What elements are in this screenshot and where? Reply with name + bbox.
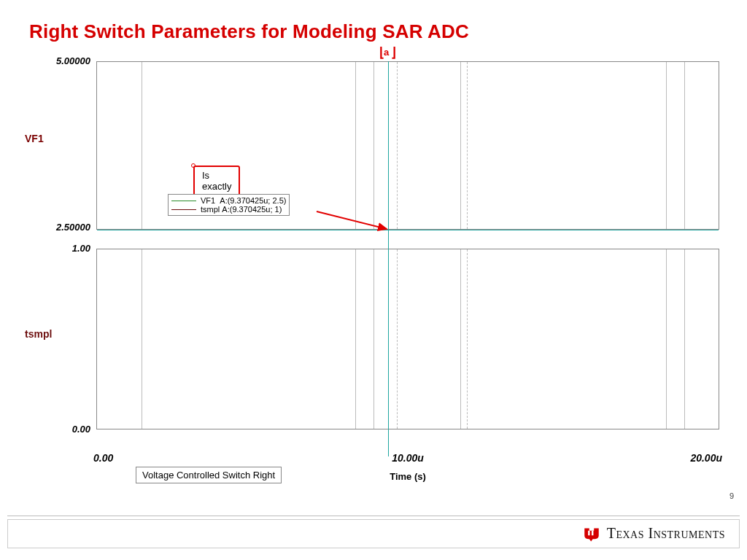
vf1-ymax: 5.00000	[25, 55, 90, 66]
footer-rule	[7, 516, 740, 516]
slide: Right Switch Parameters for Modeling SAR…	[0, 0, 747, 560]
gridline	[684, 62, 685, 229]
brand-text: Texas Instruments	[607, 525, 725, 542]
gridline	[666, 62, 667, 229]
gridline	[460, 62, 461, 229]
legend-row-vf1: VF1 A:(9.370425u; 2.5)	[171, 196, 286, 205]
gridline	[374, 249, 374, 429]
legend-cursor-tsmpl: A:(9.370425u; 1)	[222, 205, 282, 214]
vf1-ymin: 2.50000	[25, 222, 90, 233]
tsmpl-ymin: 0.00	[25, 424, 90, 435]
legend-row-tsmpl: tsmpl A:(9.370425u; 1)	[171, 205, 286, 214]
page-title: Right Switch Parameters for Modeling SAR…	[29, 20, 469, 43]
gridline	[142, 249, 142, 429]
cursor-legend: VF1 A:(9.370425u; 2.5) tsmpl A:(9.370425…	[168, 194, 290, 216]
chart-caption: Voltage Controlled Switch Right	[136, 467, 282, 483]
svg-rect-2	[592, 531, 593, 536]
gridline	[460, 249, 461, 429]
tsmpl-axis-label: tsmpl	[25, 328, 90, 340]
legend-name-tsmpl: tsmpl	[201, 205, 220, 214]
gridline	[397, 62, 398, 229]
vf1-trace	[97, 230, 719, 230]
xtick-0: 0.00	[93, 452, 113, 464]
gridline	[374, 62, 374, 229]
legend-cursor-vf1: A:(9.370425u; 2.5)	[220, 196, 286, 205]
vf1-axis-label: VF1	[25, 133, 90, 144]
x-axis-label: Time (s)	[390, 471, 426, 482]
gridline	[684, 249, 685, 429]
cursor-a-label: a	[384, 47, 389, 58]
tsmpl-ymax: 1.00	[25, 243, 90, 254]
gridline	[355, 62, 356, 229]
gridline	[467, 249, 468, 429]
svg-rect-1	[588, 531, 589, 536]
panel-tsmpl	[96, 249, 719, 429]
gridline	[355, 249, 356, 429]
gridline	[666, 249, 667, 429]
xtick-20: 20.00u	[690, 452, 722, 464]
gridline	[142, 62, 142, 229]
ti-logo-icon	[582, 524, 601, 542]
xtick-10: 10.00u	[392, 452, 424, 464]
brand: Texas Instruments	[582, 524, 725, 542]
plot-area: 5.00000 2.50000 VF1 1.00 0.00 tsmpl	[96, 61, 719, 447]
legend-name-vf1: VF1	[201, 196, 215, 205]
gridline	[467, 62, 468, 229]
callout-exact-2p5v: Is exactly 2.5V	[191, 163, 196, 168]
gridline	[397, 249, 398, 429]
page-number: 9	[729, 491, 734, 500]
